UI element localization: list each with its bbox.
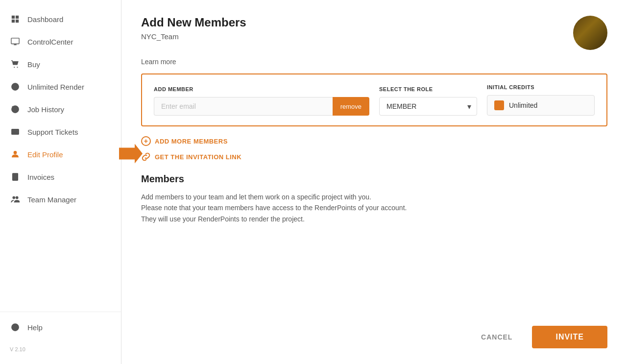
avatar-image [573,16,607,50]
sidebar-item-team-manager[interactable]: Team Manager [0,188,121,211]
svg-rect-3 [16,20,19,23]
header-text-group: Add New Members NYC_Team [141,16,246,41]
page-header: Add New Members NYC_Team [121,0,627,58]
sidebar-item-job-history[interactable]: Job History [0,98,121,121]
svg-point-21 [16,196,18,199]
sidebar-navigation: Dashboard ControlCenter Buy Unlimited Re… [0,8,121,308]
sidebar-label-invoices: Invoices [27,173,54,181]
member-column: ADD MEMBER remove [154,86,369,116]
add-member-columns: ADD MEMBER remove SELECT THE ROLE MEMBER… [154,84,595,116]
svg-rect-11 [12,129,19,135]
svg-text:?: ? [14,325,16,330]
action-links: + ADD MORE MEMBERS GET THE INVITATION LI… [121,136,627,162]
select-role-label: SELECT THE ROLE [379,86,477,92]
svg-point-20 [13,196,15,199]
help-item[interactable]: ? Help [10,318,111,337]
svg-rect-4 [11,38,19,44]
sidebar-item-dashboard[interactable]: Dashboard [0,8,121,30]
sidebar-label-unlimited-render: Unlimited Render [27,83,84,91]
active-arrow-indicator [119,144,143,165]
sidebar: Dashboard ControlCenter Buy Unlimited Re… [0,0,121,364]
sidebar-item-invoices[interactable]: Invoices [0,166,121,188]
sidebar-item-buy[interactable]: Buy [0,53,121,75]
invite-button[interactable]: INVITE [532,326,607,348]
sidebar-label-support-tickets: Support Tickets [27,128,78,136]
svg-point-7 [14,67,15,68]
add-member-box: ADD MEMBER remove SELECT THE ROLE MEMBER… [141,73,607,126]
sidebar-label-controlcenter: ControlCenter [27,38,73,46]
remove-button[interactable]: remove [333,97,369,116]
sidebar-item-edit-profile[interactable]: Edit Profile [0,143,121,166]
monitor-icon [10,36,21,47]
initial-credits-label: INITIAL CREDITS [487,84,595,90]
credits-color-box [494,100,504,110]
sidebar-label-team-manager: Team Manager [27,195,76,204]
render-icon [10,81,21,92]
role-select[interactable]: MEMBER ADMIN VIEWER [379,97,477,116]
grid-icon [10,14,21,24]
members-description: Add members to your team and let them wo… [141,192,607,224]
team-name: NYC_Team [141,32,246,41]
sidebar-help[interactable]: ? Help [0,312,121,342]
ticket-icon [10,126,21,137]
sidebar-item-support-tickets[interactable]: Support Tickets [0,121,121,143]
profile-icon [10,149,21,160]
sidebar-label-buy: Buy [27,60,40,69]
sidebar-item-unlimited-render[interactable]: Unlimited Render [0,75,121,98]
get-invitation-label: GET THE INVITATION LINK [155,153,241,161]
main-content: Add New Members NYC_Team Learn more ADD … [121,0,627,364]
role-column: SELECT THE ROLE MEMBER ADMIN VIEWER [379,86,477,116]
svg-rect-1 [16,16,19,19]
add-more-icon: + [141,136,151,146]
sidebar-item-controlcenter[interactable]: ControlCenter [0,30,121,53]
avatar [573,16,607,50]
members-section: Members Add members to your team and let… [121,173,627,224]
help-label: Help [27,323,43,332]
team-icon [10,194,21,205]
email-input[interactable] [154,97,333,116]
svg-rect-0 [12,16,15,19]
add-member-label: ADD MEMBER [154,86,369,92]
get-invitation-link[interactable]: GET THE INVITATION LINK [141,152,607,162]
email-row: remove [154,97,369,116]
learn-more-link[interactable]: Learn more [121,58,627,73]
sidebar-label-job-history: Job History [27,105,64,114]
sidebar-label-edit-profile: Edit Profile [27,150,63,159]
svg-rect-5 [14,44,16,45]
role-wrapper: MEMBER ADMIN VIEWER [379,97,477,116]
chain-icon [141,152,151,162]
svg-point-14 [14,151,16,154]
help-icon: ? [10,322,21,333]
svg-marker-15 [119,144,143,164]
footer-actions: CANCEL INVITE [121,310,627,364]
add-more-members-label: ADD MORE MEMBERS [155,138,228,145]
version-label: V 2.10 [0,342,121,356]
cart-icon [10,59,21,70]
credits-column: INITIAL CREDITS Unlimited [487,84,595,116]
history-icon [10,104,21,115]
credits-display: Unlimited [487,95,595,116]
credits-value: Unlimited [509,101,537,109]
invoice-icon [10,171,21,182]
cancel-button[interactable]: CANCEL [471,327,522,347]
svg-point-8 [17,67,18,68]
sidebar-label-dashboard: Dashboard [27,15,63,24]
add-more-members-link[interactable]: + ADD MORE MEMBERS [141,136,607,146]
members-title: Members [141,173,607,185]
page-title: Add New Members [141,16,246,29]
svg-rect-2 [12,20,15,23]
